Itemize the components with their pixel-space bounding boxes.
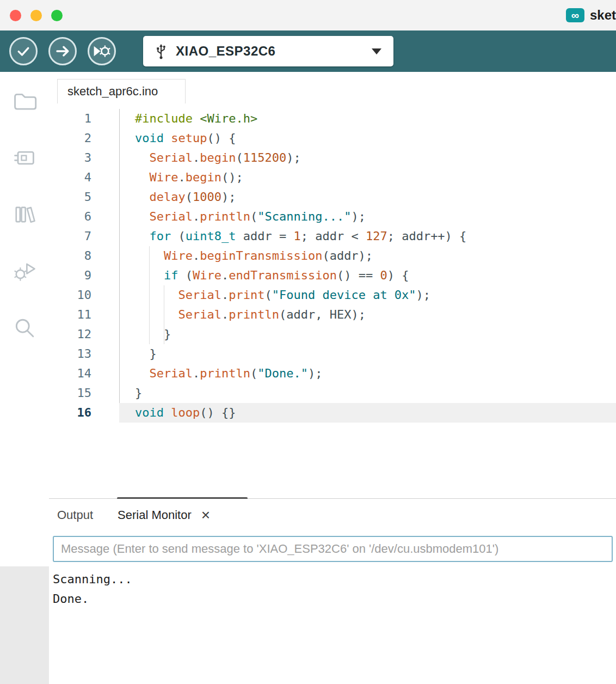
code-line[interactable]: Serial.println("Scanning..."); xyxy=(119,207,616,227)
titlebox: ∞ sket xyxy=(566,0,616,30)
debug-icon xyxy=(93,43,111,59)
line-number: 4 xyxy=(49,168,119,187)
tab-sketch[interactable]: sketch_apr6c.ino xyxy=(57,79,186,103)
sidebar-item-debug[interactable] xyxy=(11,258,38,284)
search-icon xyxy=(11,315,38,341)
serial-monitor-output: Scanning...Done. xyxy=(49,566,616,609)
line-number: 5 xyxy=(49,187,119,207)
bottom-panel: Output Serial Monitor × Scanning...Done. xyxy=(49,499,616,684)
chevron-down-icon xyxy=(372,48,381,54)
arduino-logo-icon: ∞ xyxy=(566,8,584,22)
gutter: 12345678910111213141516 xyxy=(49,103,119,498)
line-number: 9 xyxy=(49,266,119,285)
code-line[interactable]: Wire.begin(); xyxy=(119,168,616,187)
tab-serial-monitor[interactable]: Serial Monitor xyxy=(118,508,192,522)
sidebar-item-sketchbook[interactable] xyxy=(11,88,38,114)
serial-message-input[interactable] xyxy=(53,536,613,562)
code-line[interactable]: Wire.beginTransmission(addr); xyxy=(119,246,616,266)
sidebar-item-library-manager[interactable] xyxy=(11,201,38,228)
code-line[interactable]: if (Wire.endTransmission() == 0) { xyxy=(119,266,616,285)
line-number: 11 xyxy=(49,305,119,325)
tab-output[interactable]: Output xyxy=(57,508,93,522)
editor-tabstrip: sketch_apr6c.ino xyxy=(49,72,616,103)
code-line[interactable]: Serial.begin(115200); xyxy=(119,148,616,168)
boards-icon xyxy=(11,145,38,171)
traffic-lights xyxy=(0,10,63,21)
code-line[interactable]: delay(1000); xyxy=(119,187,616,207)
code-lines[interactable]: #include <Wire.h>void setup() { Serial.b… xyxy=(119,103,616,498)
check-icon xyxy=(15,43,32,59)
line-number: 14 xyxy=(49,364,119,383)
line-number: 2 xyxy=(49,129,119,148)
close-window-button[interactable] xyxy=(10,10,21,21)
line-number: 8 xyxy=(49,246,119,266)
window-title: sket xyxy=(590,8,616,23)
close-icon[interactable]: × xyxy=(201,508,210,523)
arduino-ide-window: ∞ sket xyxy=(0,0,616,684)
toolbar: XIAO_ESP32C6 xyxy=(0,30,616,72)
line-number: 1 xyxy=(49,109,119,129)
code-line[interactable]: } xyxy=(119,383,616,403)
titlebar: ∞ sket xyxy=(0,0,616,30)
folder-icon xyxy=(11,88,38,114)
code-line[interactable]: #include <Wire.h> xyxy=(119,109,616,129)
code-editor[interactable]: 12345678910111213141516 #include <Wire.h… xyxy=(49,103,616,498)
line-number: 12 xyxy=(49,325,119,344)
line-number: 15 xyxy=(49,383,119,403)
monitor-line: Done. xyxy=(53,589,616,609)
panel-tabs: Output Serial Monitor × xyxy=(49,499,616,532)
code-line[interactable]: } xyxy=(119,325,616,344)
line-number: 16 xyxy=(49,403,119,423)
line-number: 13 xyxy=(49,344,119,364)
line-number: 3 xyxy=(49,148,119,168)
sidebar-item-search[interactable] xyxy=(11,315,38,341)
tab-sketch-label: sketch_apr6c.ino xyxy=(67,84,158,99)
monitor-line: Scanning... xyxy=(53,570,616,589)
panel-left-gutter xyxy=(0,566,49,684)
line-number: 6 xyxy=(49,207,119,227)
line-number: 7 xyxy=(49,227,119,246)
board-selector-label: XIAO_ESP32C6 xyxy=(176,44,275,59)
line-number: 10 xyxy=(49,285,119,305)
library-icon xyxy=(11,201,38,228)
debug-button[interactable] xyxy=(88,37,116,65)
code-line[interactable]: void loop() {} xyxy=(119,403,616,423)
code-line[interactable]: Serial.println(addr, HEX); xyxy=(119,305,616,325)
code-line[interactable]: Serial.print("Found device at 0x"); xyxy=(119,285,616,305)
debug-gear-icon xyxy=(11,258,38,284)
usb-icon xyxy=(155,42,167,60)
code-line[interactable]: void setup() { xyxy=(119,129,616,148)
upload-button[interactable] xyxy=(48,37,77,65)
zoom-window-button[interactable] xyxy=(51,10,63,21)
code-line[interactable]: } xyxy=(119,344,616,364)
sidebar-item-boards-manager[interactable] xyxy=(11,145,38,171)
code-line[interactable]: for (uint8_t addr = 1; addr < 127; addr+… xyxy=(119,227,616,246)
board-selector[interactable]: XIAO_ESP32C6 xyxy=(143,36,393,66)
minimize-window-button[interactable] xyxy=(30,10,42,21)
arrow-right-icon xyxy=(54,43,71,59)
code-line[interactable]: Serial.println("Done."); xyxy=(119,364,616,383)
verify-button[interactable] xyxy=(9,37,38,65)
